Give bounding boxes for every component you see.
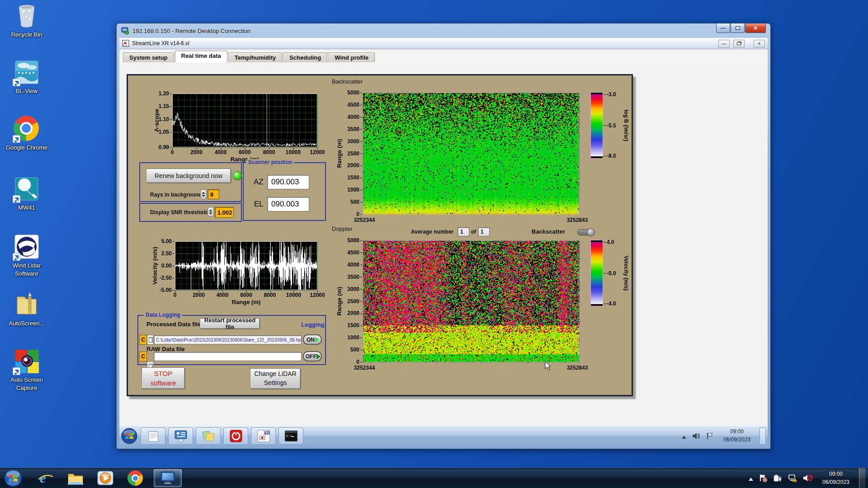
volume-muted-icon[interactable] (803, 474, 813, 482)
shortcut-arrow-icon (13, 367, 20, 375)
remote-language-flag-icon[interactable] (706, 432, 714, 440)
raw-path-field[interactable] (154, 352, 302, 361)
desktop-icon-recycle-bin[interactable]: Recycle Bin (2, 3, 52, 39)
sticky-notes-icon (202, 430, 215, 442)
app-client-area: Backscatter Doppler Average number 1 of … (119, 63, 768, 426)
processed-path-field[interactable]: C:\Lidar\Data\Proc\2023\202309\20230906\… (154, 335, 302, 344)
el-label: EL (254, 200, 264, 209)
processed-drive-box[interactable]: C (139, 335, 147, 345)
taskbar-windows-explorer[interactable] (64, 469, 87, 487)
taskbar-media-player[interactable] (94, 469, 117, 487)
remote-start-button[interactable] (119, 427, 139, 445)
remote-taskbar-streamline-xr-button[interactable]: XR (251, 427, 276, 445)
taskbar-remote-desktop-active[interactable] (154, 469, 182, 487)
stop-line2: software (151, 378, 176, 388)
of-label: of (471, 229, 476, 235)
background-groupbox: Renew background now Rays in background … (139, 162, 242, 202)
remote-tray-expand-icon[interactable] (682, 433, 686, 439)
desktop-icon-label: AutoScreen... (2, 319, 52, 328)
restart-processed-file-button[interactable]: Restart processed file (200, 318, 260, 329)
zip-folder-icon (14, 291, 40, 318)
recycle-bin-icon (14, 3, 40, 29)
clock[interactable]: 09:00 06/09/2023 (819, 470, 853, 486)
media-player-icon (97, 469, 114, 487)
snr-groupbox: Display SNR threshold 1.002 (139, 203, 242, 222)
app-titlebar[interactable]: StreamLine XR v14-6.vi — × (119, 38, 768, 49)
desktop-icon-label: MW41 (2, 204, 52, 212)
data-logging-title: Data Logging (144, 312, 182, 318)
windows-start-orb-icon (4, 469, 22, 487)
backscatter-toggle-switch[interactable] (577, 229, 594, 235)
remote-taskbar-settings-button[interactable] (168, 427, 193, 445)
battery-icon[interactable] (773, 474, 782, 482)
data-logging-groupbox: Data Logging Processed Data file Restart… (137, 315, 326, 365)
remote-show-desktop[interactable] (760, 427, 766, 445)
snr-spinner[interactable] (208, 207, 214, 217)
change-line2: Settings (264, 379, 287, 388)
scanner-position-groupbox: Scanner position AZ 090.003 EL 090.003 (243, 162, 326, 221)
maximize-button[interactable] (731, 23, 745, 33)
internet-explorer-icon: e (37, 469, 54, 487)
az-label: AZ (254, 178, 264, 187)
remote-taskbar-sticky-notes-button[interactable] (196, 427, 221, 445)
rays-spinner[interactable] (200, 189, 207, 199)
az-field[interactable]: 090.003 (267, 175, 309, 189)
close-button[interactable]: × (745, 23, 766, 33)
backscatter-plot-title: Backscatter (332, 78, 363, 85)
desktop-icon-mw41[interactable]: MW41 (2, 176, 52, 212)
shortcut-arrow-icon (13, 195, 20, 203)
desktop-icon-google-chrome[interactable]: Google Chrome (2, 116, 52, 152)
remote-taskbar: XR C:\ (119, 426, 768, 446)
tab-real-time-data[interactable]: Real time data (175, 51, 227, 62)
minimize-button[interactable]: — (716, 23, 730, 33)
display-settings-icon (174, 430, 188, 442)
tray-expand-icon[interactable] (749, 475, 753, 481)
auto-screen-capture-icon (14, 348, 40, 374)
el-field[interactable]: 090.003 (267, 197, 309, 211)
wind-lidar-icon (14, 234, 40, 260)
on-label: ON (307, 337, 315, 343)
remote-taskbar-notepad-button[interactable] (141, 427, 165, 445)
action-center-flag-icon[interactable] (759, 474, 767, 482)
bl-view-icon (14, 59, 40, 85)
tab-system-setup[interactable]: System setup (123, 52, 174, 62)
tab-wind-profile[interactable]: Wind profile (328, 52, 375, 62)
taskbar-internet-explorer[interactable]: e (34, 469, 57, 487)
desktop-icon-auto-screen-capture[interactable]: Auto Screen Capture (2, 348, 52, 392)
chrome-icon (14, 116, 40, 142)
tab-temp-humidity[interactable]: Temp/humidity (228, 52, 282, 62)
renew-background-button[interactable]: Renew background now (146, 169, 231, 183)
rdp-titlebar[interactable]: 192.168.0.150 - Remote Desktop Connectio… (117, 23, 770, 38)
power-icon (230, 430, 242, 442)
app-minimize-button[interactable]: — (718, 40, 730, 47)
remote-clock[interactable]: 09:00 06/09/2023 (720, 428, 754, 444)
desktop-icon-wind-lidar[interactable]: Wind Lidar Software (2, 234, 52, 277)
start-button[interactable] (2, 469, 24, 487)
tab-strip: System setup Real time data Temp/humidit… (119, 49, 768, 63)
app-close-button[interactable]: × (754, 40, 765, 47)
remote-taskbar-command-prompt-button[interactable]: C:\ (278, 427, 303, 445)
labview-xr-icon: XR (257, 430, 270, 442)
remote-volume-icon[interactable] (692, 432, 701, 440)
shortcut-arrow-icon (13, 79, 20, 86)
tab-scheduling[interactable]: Scheduling (283, 52, 327, 62)
raw-drive-box[interactable]: C (139, 352, 147, 361)
remote-taskbar-power-button[interactable] (223, 427, 248, 445)
processed-logging-toggle[interactable]: ON (303, 334, 322, 345)
app-restore-button[interactable] (733, 40, 745, 47)
desktop-icon-autoscreen-zip[interactable]: AutoScreen... (2, 291, 52, 328)
average-number-field[interactable]: 1 (458, 227, 469, 236)
off-arrow-icon (316, 354, 321, 359)
show-desktop-button[interactable] (859, 468, 865, 488)
snr-threshold-field[interactable]: 1.002 (215, 207, 234, 218)
raw-logging-toggle[interactable]: OFF (303, 351, 322, 361)
change-lidar-settings-button[interactable]: Change LiDAR Settings (250, 368, 301, 389)
rays-in-background-field[interactable]: 8 (208, 189, 219, 199)
network-warning-icon[interactable]: ! (788, 474, 797, 482)
taskbar-chrome[interactable] (124, 469, 146, 487)
stop-software-button[interactable]: STOP software (142, 367, 185, 389)
desktop-icon-bl-view[interactable]: BL-View (2, 59, 52, 95)
average-total-field[interactable]: 1 (478, 227, 490, 236)
processed-browse-icon[interactable] (147, 335, 154, 345)
chrome-icon (127, 470, 143, 486)
